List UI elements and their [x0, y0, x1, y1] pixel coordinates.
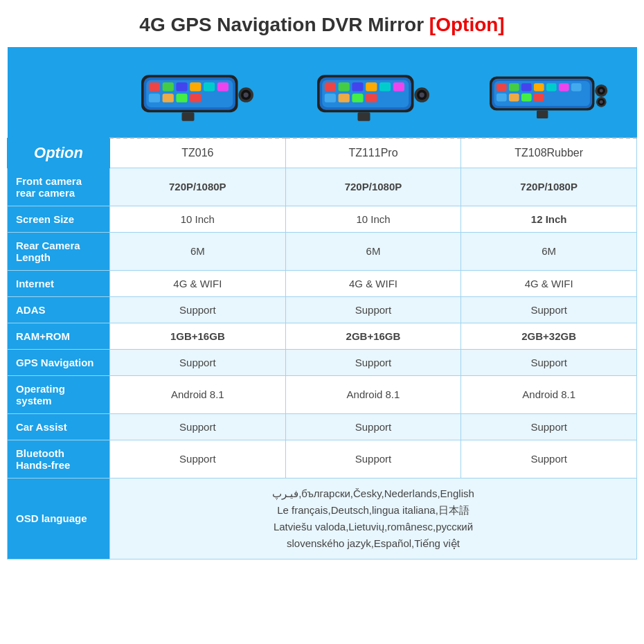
title-main: 4G GPS Navigation DVR Mirror: [139, 14, 429, 35]
svg-rect-9: [149, 93, 160, 102]
bluetooth-value-tz111pro: Support: [285, 440, 461, 478]
screen-size-value-tz108rubber: 12 Inch: [461, 206, 637, 232]
gps-value-tz111pro: Support: [285, 349, 461, 375]
rear-camera-length-value-tz111pro: 6M: [285, 232, 461, 270]
rear-camera-length-value-tz108rubber: 6M: [461, 232, 637, 270]
svg-point-50: [599, 89, 602, 93]
car-assist-value-tz111pro: Support: [285, 413, 461, 440]
option-label: Option: [34, 144, 83, 161]
svg-rect-6: [190, 82, 202, 91]
svg-rect-12: [190, 93, 202, 102]
product-image-tz111pro: [285, 47, 461, 138]
svg-rect-24: [379, 82, 391, 91]
screen-size-value-tz111pro: 10 Inch: [285, 206, 461, 232]
gps-value-tz108rubber: Support: [461, 349, 637, 375]
bluetooth-value-tz108rubber: Support: [461, 440, 637, 478]
svg-rect-29: [366, 93, 377, 102]
svg-rect-16: [182, 112, 195, 121]
internet-label: Internet: [8, 270, 110, 296]
product-name-tz108rubber: TZ108Rubber: [461, 138, 637, 168]
svg-point-32: [420, 92, 424, 97]
svg-rect-46: [521, 93, 532, 101]
gps-row: GPS Navigation Support Support Support: [8, 349, 637, 375]
rear-camera-length-label: Rear Camera Length: [8, 232, 110, 270]
svg-rect-5: [177, 82, 188, 91]
os-value-tz016: Android 8.1: [110, 375, 286, 413]
image-row: [8, 47, 637, 138]
product-image-tz108rubber: [461, 47, 637, 138]
adas-value-tz108rubber: Support: [461, 296, 637, 323]
adas-row: ADAS Support Support Support: [8, 296, 637, 323]
gps-label: GPS Navigation: [8, 349, 110, 375]
os-row: Operating system Android 8.1 Android 8.1…: [8, 375, 637, 413]
svg-rect-40: [534, 83, 544, 91]
osd-row: OSD language فيـرپ,български,Česky,Neder…: [8, 478, 637, 559]
front-camera-label: Front camera rear camera: [8, 168, 110, 206]
internet-value-tz108rubber: 4G & WIFI: [461, 270, 637, 296]
internet-value-tz111pro: 4G & WIFI: [285, 270, 461, 296]
mirror-svg-tz016: [135, 54, 260, 130]
car-assist-value-tz108rubber: Support: [461, 413, 637, 440]
svg-rect-39: [521, 83, 532, 91]
svg-rect-3: [149, 82, 160, 91]
osd-language-text: فيـرپ,български,Česky,Nederlands,English…: [272, 488, 474, 549]
front-camera-value-tz108rubber: 720P/1080P: [461, 168, 637, 206]
ram-rom-value-tz111pro: 2GB+16GB: [285, 323, 461, 349]
title-option: [Option]: [429, 14, 505, 35]
svg-rect-20: [325, 82, 336, 91]
svg-rect-25: [393, 82, 404, 91]
product-image-tz016: [110, 47, 286, 138]
rear-camera-length-value-tz016: 6M: [110, 232, 286, 270]
osd-label: OSD language: [8, 478, 110, 559]
adas-value-tz111pro: Support: [285, 296, 461, 323]
svg-rect-28: [352, 93, 363, 102]
svg-rect-38: [509, 83, 519, 91]
svg-rect-26: [325, 93, 336, 102]
adas-label: ADAS: [8, 296, 110, 323]
svg-rect-44: [497, 93, 507, 101]
bluetooth-label: Bluetooth Hands-free: [8, 440, 110, 478]
svg-rect-45: [509, 93, 519, 101]
rear-camera-length-row: Rear Camera Length 6M 6M 6M: [8, 232, 637, 270]
page-title: 4G GPS Navigation DVR Mirror [Option]: [7, 14, 637, 36]
adas-value-tz016: Support: [110, 296, 286, 323]
ram-rom-row: RAM+ROM 1GB+16GB 2GB+16GB 2GB+32GB: [8, 323, 637, 349]
page-wrapper: 4G GPS Navigation DVR Mirror [Option]: [0, 0, 644, 573]
front-camera-value-tz016: 720P/1080P: [110, 168, 286, 206]
ram-rom-value-tz016: 1GB+16GB: [110, 323, 286, 349]
svg-rect-8: [217, 82, 229, 91]
image-label-cell: [8, 47, 110, 138]
svg-rect-21: [339, 82, 350, 91]
internet-value-tz016: 4G & WIFI: [110, 270, 286, 296]
bluetooth-row: Bluetooth Hands-free Support Support Sup…: [8, 440, 637, 478]
car-assist-row: Car Assist Support Support Support: [8, 413, 637, 440]
svg-rect-41: [546, 83, 557, 91]
front-camera-value-tz111pro: 720P/1080P: [285, 168, 461, 206]
comparison-table: Option TZ016 TZ111Pro TZ108Rubber Front …: [7, 47, 637, 560]
os-label: Operating system: [8, 375, 110, 413]
svg-point-53: [599, 100, 602, 104]
mirror-svg-tz108rubber: [487, 54, 611, 130]
svg-rect-43: [571, 83, 582, 91]
front-camera-row: Front camera rear camera 720P/1080P 720P…: [8, 168, 637, 206]
svg-rect-4: [163, 82, 174, 91]
bluetooth-value-tz016: Support: [110, 440, 286, 478]
svg-point-15: [244, 92, 249, 97]
os-value-tz111pro: Android 8.1: [285, 375, 461, 413]
option-label-cell: Option: [8, 138, 110, 168]
product-name-tz016: TZ016: [110, 138, 286, 168]
svg-rect-47: [534, 93, 544, 101]
ram-rom-label: RAM+ROM: [8, 323, 110, 349]
gps-value-tz016: Support: [110, 349, 286, 375]
svg-rect-42: [559, 83, 569, 91]
svg-rect-37: [497, 83, 507, 91]
ram-rom-value-tz108rubber: 2GB+32GB: [461, 323, 637, 349]
screen-size-row: Screen Size 10 Inch 10 Inch 12 Inch: [8, 206, 637, 232]
product-name-row: Option TZ016 TZ111Pro TZ108Rubber: [8, 138, 637, 168]
os-value-tz108rubber: Android 8.1: [461, 375, 637, 413]
svg-rect-11: [177, 93, 188, 102]
svg-rect-22: [352, 82, 363, 91]
svg-rect-33: [357, 112, 370, 121]
svg-rect-7: [204, 82, 215, 91]
product-name-tz111pro: TZ111Pro: [285, 138, 461, 168]
